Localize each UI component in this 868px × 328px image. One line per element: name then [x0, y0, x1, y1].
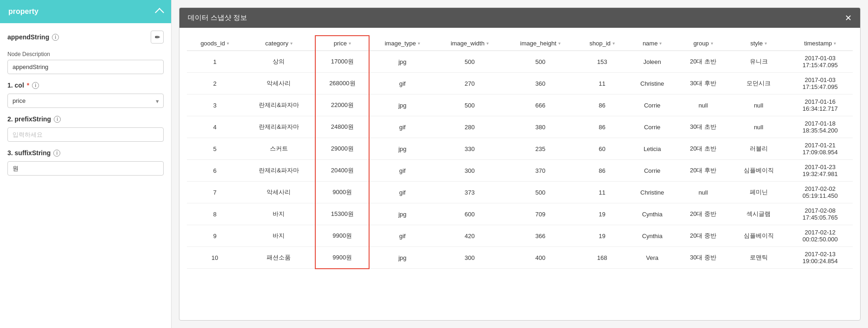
cell-name: Leticia — [628, 138, 677, 160]
panel-body: appendString i ✏ Node Description 1. col… — [0, 23, 171, 328]
sort-icon-style[interactable]: ▾ — [765, 41, 767, 46]
cell-image_height: 360 — [504, 73, 576, 95]
cell-shop_id: 60 — [576, 138, 627, 160]
cell-name: Cynthia — [628, 225, 677, 247]
col-header-label-image_height: image_height ▾ — [520, 40, 561, 47]
cell-price: 9000원 — [315, 182, 369, 203]
cell-group: 30대 후반 — [677, 73, 730, 95]
cell-image_height: 666 — [504, 95, 576, 116]
col-header-label-timestamp: timestamp ▾ — [804, 40, 836, 47]
col-header-image_width: image_width ▾ — [435, 36, 504, 51]
cell-price: 9900원 — [315, 247, 369, 269]
cell-style: 모던시크 — [729, 73, 787, 95]
cell-image_width: 330 — [435, 138, 504, 160]
cell-group: 20대 중반 — [677, 203, 730, 225]
cell-price: 17000원 — [315, 51, 369, 73]
sort-icon-image_height[interactable]: ▾ — [558, 41, 561, 46]
cell-image_width: 300 — [435, 160, 504, 182]
cell-shop_id: 19 — [576, 225, 627, 247]
cell-timestamp: 2017-02-13 19:00:24.854 — [788, 247, 853, 269]
col-header-label-category: category ▾ — [265, 40, 293, 47]
col-info-icon[interactable]: i — [32, 82, 39, 89]
cell-price: 20400원 — [315, 160, 369, 182]
cell-goods_id: 8 — [187, 203, 243, 225]
node-description-input[interactable] — [7, 60, 164, 74]
cell-timestamp: 2017-01-23 19:32:47.981 — [788, 160, 853, 182]
sort-icon-timestamp[interactable]: ▾ — [834, 41, 836, 46]
table-row: 1상의17000원jpg500500153Joleen20대 초반유니크2017… — [187, 51, 853, 73]
modal: 데이터 스냅샷 정보 ✕ goods_id ▾category ▾price ▾… — [179, 7, 861, 321]
col-header-price: price ▾ — [315, 36, 369, 51]
cell-group: null — [677, 95, 730, 116]
table-row: 8바지15300원jpg60070919Cynthia20대 중반섹시글램201… — [187, 203, 853, 225]
node-description-section: Node Description — [7, 51, 164, 74]
col-header-image_height: image_height ▾ — [504, 36, 576, 51]
cell-category: 패션소품 — [243, 247, 316, 269]
sort-icon-group[interactable]: ▾ — [711, 41, 713, 46]
sort-icon-goods_id[interactable]: ▾ — [227, 41, 229, 46]
sort-icon-category[interactable]: ▾ — [290, 41, 293, 46]
col-header-timestamp: timestamp ▾ — [788, 36, 853, 51]
col-header-name: name ▾ — [628, 36, 677, 51]
cell-image_width: 270 — [435, 73, 504, 95]
table-row: 4란제리&파자마24800원gif28038086Corrie30대 초반nul… — [187, 116, 853, 138]
cell-group: 20대 후반 — [677, 160, 730, 182]
cell-group: 20대 초반 — [677, 51, 730, 73]
cell-image_width: 420 — [435, 225, 504, 247]
prefix-section-title: 2. prefixString i — [7, 115, 164, 123]
cell-shop_id: 19 — [576, 203, 627, 225]
sort-icon-name[interactable]: ▾ — [659, 41, 662, 46]
cell-name: Joleen — [628, 51, 677, 73]
cell-price: 15300원 — [315, 203, 369, 225]
cell-name: Corrie — [628, 160, 677, 182]
cell-style: 유니크 — [729, 51, 787, 73]
cell-image_type: gif — [369, 160, 435, 182]
cell-timestamp: 2017-01-16 16:34:12.717 — [788, 95, 853, 116]
collapse-icon[interactable] — [155, 8, 164, 17]
cell-style: 로맨틱 — [729, 247, 787, 269]
col-header-shop_id: shop_id ▾ — [576, 36, 627, 51]
modal-title: 데이터 스냅샷 정보 — [188, 13, 247, 22]
col-section-title: 1. col * i — [7, 82, 164, 89]
sort-icon-image_width[interactable]: ▾ — [486, 41, 489, 46]
col-header-label-style: style ▾ — [750, 40, 767, 47]
col-header-style: style ▾ — [729, 36, 787, 51]
cell-category: 악세사리 — [243, 182, 316, 203]
cell-image_type: gif — [369, 73, 435, 95]
cell-timestamp: 2017-02-12 00:02:50.000 — [788, 225, 853, 247]
edit-button[interactable]: ✏ — [151, 31, 164, 44]
cell-image_width: 300 — [435, 247, 504, 269]
suffix-input[interactable] — [7, 161, 164, 176]
col-header-label-goods_id: goods_id ▾ — [200, 40, 229, 47]
prefix-label: 2. prefixString — [7, 115, 51, 123]
modal-close-button[interactable]: ✕ — [845, 14, 852, 22]
modal-header: 데이터 스냅샷 정보 ✕ — [179, 8, 860, 28]
cell-image_width: 373 — [435, 182, 504, 203]
cell-style: 심플베이직 — [729, 225, 787, 247]
prefix-input[interactable] — [7, 127, 164, 142]
col-select-wrapper: price goods_id category image_type ▾ — [7, 94, 164, 108]
cell-image_height: 366 — [504, 225, 576, 247]
cell-goods_id: 1 — [187, 51, 243, 73]
sort-icon-image_type[interactable]: ▾ — [418, 41, 420, 46]
cell-image_type: jpg — [369, 51, 435, 73]
table-row: 6란제리&파자마20400원gif30037086Corrie20대 후반심플베… — [187, 160, 853, 182]
prefix-info-icon[interactable]: i — [54, 116, 61, 123]
cell-image_height: 400 — [504, 247, 576, 269]
node-description-label: Node Description — [7, 51, 164, 57]
append-string-info-icon[interactable]: i — [52, 34, 59, 41]
sort-icon-price[interactable]: ▾ — [349, 41, 351, 46]
col-header-label-image_type: image_type ▾ — [385, 40, 420, 47]
cell-goods_id: 2 — [187, 73, 243, 95]
cell-category: 란제리&파자마 — [243, 160, 316, 182]
col-header-label-group: group ▾ — [693, 40, 713, 47]
cell-category: 스커트 — [243, 138, 316, 160]
cell-image_type: jpg — [369, 138, 435, 160]
col-select[interactable]: price goods_id category image_type — [7, 94, 164, 108]
sort-icon-shop_id[interactable]: ▾ — [613, 41, 615, 46]
suffix-info-icon[interactable]: i — [53, 150, 60, 157]
cell-category: 란제리&파자마 — [243, 116, 316, 138]
cell-timestamp: 2017-01-03 17:15:47.095 — [788, 51, 853, 73]
cell-style: 페미닌 — [729, 182, 787, 203]
cell-image_type: gif — [369, 116, 435, 138]
